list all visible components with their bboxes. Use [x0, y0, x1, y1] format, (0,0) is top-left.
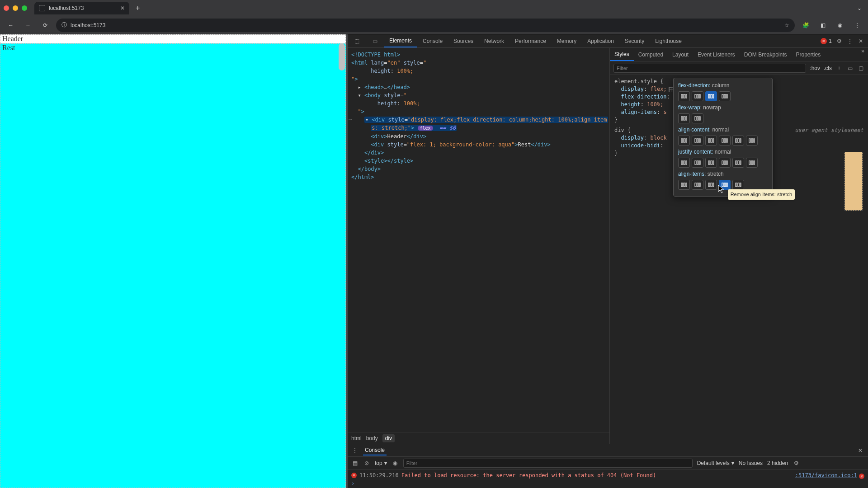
page-scrollbar[interactable] [339, 43, 345, 70]
drawer-menu-icon[interactable]: ⋮ [351, 447, 359, 454]
console-prompt[interactable]: › [351, 480, 354, 487]
flex-option-button[interactable] [692, 180, 703, 190]
svg-rect-66 [736, 183, 737, 187]
flex-option-button[interactable] [719, 91, 731, 101]
console-filter-input[interactable] [403, 459, 693, 468]
close-window-button[interactable] [4, 5, 9, 11]
forward-button[interactable]: → [22, 19, 34, 32]
flex-option-button[interactable] [678, 180, 690, 190]
tab-lighthouse[interactable]: Lighthouse [650, 34, 687, 47]
log-source-link[interactable]: :5173/favicon.ico:1 ✕ [795, 471, 864, 479]
tab-performance[interactable]: Performance [509, 34, 552, 47]
console-sidebar-icon[interactable]: ▤ [351, 460, 359, 467]
hidden-count[interactable]: 2 hidden [767, 460, 788, 466]
devtools-main-tabs: ⬚ ▭ Elements Console Sources Network Per… [348, 34, 868, 48]
flex-option-button[interactable] [678, 91, 690, 101]
console-settings-icon[interactable]: ⚙ [793, 460, 800, 467]
flex-option-button[interactable] [705, 158, 717, 168]
flex-option-button[interactable] [719, 136, 731, 145]
tab-application[interactable]: Application [582, 34, 619, 47]
styles-tab-styles[interactable]: Styles [610, 48, 634, 61]
bookmark-icon[interactable]: ☆ [784, 22, 789, 28]
device-toolbar-icon[interactable]: ▭ [366, 34, 384, 47]
clear-console-icon[interactable]: ⊘ [363, 460, 370, 467]
profile-icon[interactable]: ◉ [834, 19, 846, 32]
flex-option-button[interactable] [719, 180, 731, 190]
log-levels-select[interactable]: Default levels ▾ [697, 460, 734, 466]
new-style-rule-icon[interactable]: ＋ [835, 65, 843, 72]
flex-option-button[interactable] [678, 136, 690, 145]
svg-rect-8 [713, 94, 714, 98]
site-info-icon[interactable]: ⓘ [61, 21, 67, 29]
flex-option-button[interactable] [692, 136, 703, 145]
styles-tab-layout[interactable]: Layout [668, 48, 693, 61]
styles-tab-properties[interactable]: Properties [792, 48, 826, 61]
browser-tab[interactable]: localhost:5173 ✕ [34, 2, 129, 14]
menu-icon[interactable]: ⋮ [851, 19, 863, 32]
flex-option-button[interactable] [719, 158, 731, 168]
side-panel-icon[interactable]: ◧ [816, 19, 829, 32]
crumb-body[interactable]: body [366, 435, 378, 441]
styles-tab-computed[interactable]: Computed [634, 48, 668, 61]
svg-rect-23 [699, 139, 700, 142]
flex-option-button[interactable] [732, 136, 744, 145]
tab-security[interactable]: Security [619, 34, 650, 47]
cls-toggle[interactable]: .cls [824, 65, 832, 71]
issues-label[interactable]: No Issues [739, 460, 763, 466]
crumb-html[interactable]: html [351, 435, 362, 441]
tab-elements[interactable]: Elements [384, 34, 417, 47]
svg-rect-3 [695, 94, 696, 98]
computed-toggle-icon[interactable]: ▭ [846, 65, 854, 72]
drawer-tab-console[interactable]: Console [363, 446, 387, 455]
close-tab-icon[interactable]: ✕ [120, 5, 125, 11]
flex-option-button[interactable] [732, 158, 744, 168]
flex-option-button[interactable] [705, 180, 717, 190]
error-badge[interactable]: ✕1 [821, 38, 832, 44]
rendering-icon[interactable]: ▢ [857, 65, 864, 72]
styles-tab-dom-breakpoints[interactable]: DOM Breakpoints [740, 48, 792, 61]
tab-sources[interactable]: Sources [448, 34, 479, 47]
more-icon[interactable]: ⋮ [846, 38, 854, 45]
console-context-select[interactable]: top ▾ [375, 460, 387, 466]
tab-network[interactable]: Network [479, 34, 509, 47]
live-expression-icon[interactable]: ◉ [392, 460, 399, 467]
inspect-element-icon[interactable]: ⬚ [348, 34, 366, 47]
close-drawer-icon[interactable]: ✕ [856, 447, 864, 454]
new-tab-button[interactable]: + [133, 4, 142, 12]
flex-option-button[interactable] [678, 113, 690, 123]
svg-rect-49 [738, 161, 739, 164]
extensions-icon[interactable]: 🧩 [799, 19, 812, 32]
styles-tab-listeners[interactable]: Event Listeners [693, 48, 740, 61]
flex-option-button[interactable] [692, 91, 703, 101]
reload-button[interactable]: ⟳ [39, 19, 52, 32]
close-devtools-icon[interactable]: ✕ [857, 38, 864, 45]
hov-toggle[interactable]: :hov [810, 65, 820, 71]
flex-option-button[interactable] [692, 158, 703, 168]
tab-memory[interactable]: Memory [552, 34, 582, 47]
page-viewport: Header Rest [0, 34, 346, 488]
dom-tree[interactable]: <!DOCTYPE html><html lang="en" style=" h… [348, 48, 609, 432]
address-bar[interactable]: ⓘ localhost:5173 ☆ [56, 19, 795, 32]
flex-option-button[interactable] [746, 136, 758, 145]
flex-editor-row: align-content: normal [678, 126, 768, 145]
maximize-window-button[interactable] [22, 5, 27, 11]
flex-option-button[interactable] [732, 180, 744, 190]
flex-option-button[interactable] [692, 113, 703, 123]
flex-option-button[interactable] [705, 91, 717, 101]
settings-icon[interactable]: ⚙ [835, 38, 843, 45]
flex-option-button[interactable] [705, 136, 717, 145]
tab-overflow-icon[interactable]: ⌄ [854, 5, 864, 11]
styles-filter-input[interactable] [613, 64, 806, 73]
flex-option-button[interactable] [746, 158, 758, 168]
console-error-row[interactable]: ✕ 11:50:29.216 Failed to load resource: … [351, 471, 864, 479]
crumb-div[interactable]: div [382, 434, 395, 442]
box-model-preview[interactable] [844, 152, 863, 211]
tab-console[interactable]: Console [417, 34, 448, 47]
svg-rect-46 [724, 161, 726, 164]
flex-option-button[interactable] [678, 158, 690, 168]
minimize-window-button[interactable] [13, 5, 18, 11]
styles-body[interactable]: element.style { display: flex; flex-dire… [610, 75, 868, 444]
back-button[interactable]: ← [5, 19, 17, 32]
styles-tabs-overflow-icon[interactable]: » [858, 48, 868, 61]
svg-rect-32 [740, 139, 741, 142]
